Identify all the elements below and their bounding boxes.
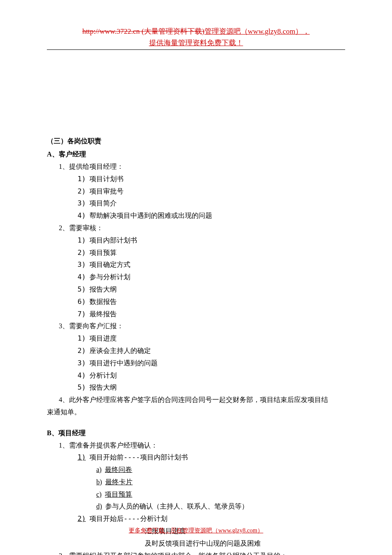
list-item: 2)项目预算 — [78, 247, 345, 259]
list-item: 3)项目简介 — [78, 197, 345, 210]
list-item: 3)项目确定方式 — [78, 259, 345, 271]
list-item: 1)项目开始前----项目内部计划书 — [78, 451, 345, 464]
header-line-1: http://www.3722.cn (大量管理资料下载)管理资源吧（www.g… — [47, 26, 345, 37]
a-item-4-line2: 束通知单。 — [47, 406, 345, 419]
list-sub-item: c) 项目预算 — [96, 489, 345, 501]
a-item-4-line1: 4、此外客户经理应将客户签字后的合同连同合同号一起交财务部，项目结束后应发项目结 — [47, 394, 345, 406]
list-item: 1)项目计划书 — [78, 173, 345, 185]
list-item: 7)最终报告 — [78, 308, 345, 321]
list-sub-line: 及时反馈项目进行中山现的问题及困难 — [145, 538, 345, 550]
list-item: 5)报告大纲 — [78, 283, 345, 296]
header-title-part: 管理资源吧（www.glzy8.com）， — [205, 27, 310, 35]
b-item-2: 2、需要组织并召开各部门参加的项目内部会，能使各部分明确分工及目的： — [59, 550, 345, 555]
header-line-2: 提供海量管理资料免费下载！ — [47, 37, 345, 49]
list-item: 6)数据报告 — [78, 296, 345, 308]
section-b-title: B、项目经理 — [47, 427, 345, 439]
list-item: 2)项目审批号 — [78, 185, 345, 198]
list-item: 3)项目进行中遇到的问题 — [78, 357, 345, 370]
list-item: 1)项目进度 — [78, 332, 345, 345]
list-sub-item: a) 最终问卷 — [96, 464, 345, 476]
list-item: 2)座谈会主持人的确定 — [78, 345, 345, 357]
list-item: 5)报告大纲 — [78, 382, 345, 394]
a-item-2: 2、需要审核： — [59, 222, 345, 234]
document-header: http://www.3722.cn (大量管理资料下载)管理资源吧（www.g… — [47, 26, 345, 50]
section-a-title: A、客户经理 — [47, 148, 345, 161]
list-item: 1)项目内部计划书 — [78, 234, 345, 247]
a-item-1: 1、提供给项目经理： — [59, 161, 345, 173]
b-item-1: 1、需准备并提供客户经理确认： — [59, 439, 345, 452]
section-3-title: （三）各岗位职责 — [47, 135, 345, 147]
document-body: （三）各岗位职责 A、客户经理 1、提供给项目经理： 1)项目计划书 2)项目审… — [47, 135, 345, 555]
header-strike-url: http://www.3722.cn (大量管理资料下载) — [82, 27, 204, 35]
list-item: 4)参与分析计划 — [78, 271, 345, 283]
a-item-3: 3、需要向客户汇报： — [59, 320, 345, 332]
list-item: 4)帮助解决项目中遇到的困难或出现的问题 — [78, 210, 345, 222]
list-sub-item: d) 参与人员的确认（主持人、联系人、笔录员等） — [96, 500, 345, 513]
list-item: 2)项目开始后----分析计划 — [78, 513, 345, 525]
list-sub-item: b) 最终卡片 — [96, 476, 345, 489]
footer-text: 更多免费下载，尽在管理资源吧（www.glzy8.com） — [0, 525, 392, 536]
list-item: 4)分析计划 — [78, 370, 345, 382]
